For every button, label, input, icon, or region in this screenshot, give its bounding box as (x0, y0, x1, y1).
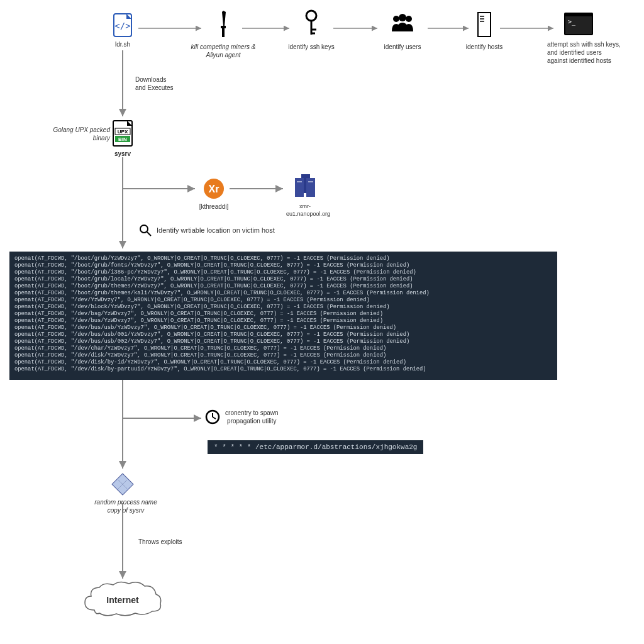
svg-rect-16 (221, 26, 226, 28)
identify-writable: Identify wrtiable location on victim hos… (138, 223, 275, 237)
cron-node: cronentry to spawnpropagation utility (204, 409, 279, 425)
diamond-icon (110, 472, 135, 497)
hosts-label: identify hosts (462, 43, 506, 51)
svg-text:</>: </> (114, 21, 130, 31)
clock-icon (204, 409, 221, 425)
svg-text:>_: >_ (568, 18, 576, 26)
svg-rect-40 (295, 178, 304, 197)
svg-point-22 (393, 16, 399, 22)
key-icon (303, 9, 320, 37)
node-kill (204, 9, 242, 38)
svg-line-48 (213, 417, 216, 419)
golang-label: Golang UPX packedbinary (50, 126, 110, 142)
svg-point-44 (140, 225, 148, 233)
sysrv-label: sysrv (110, 150, 135, 158)
node-sysrv: UPX BIN sysrv (110, 119, 135, 158)
identify-writable-label: Identify wrtiable location on victim hos… (157, 226, 275, 234)
attempt-label: attempt ssh with ssh keys,and identified… (547, 40, 641, 65)
svg-point-23 (406, 16, 412, 22)
cron-label: cronentry to spawnpropagation utility (225, 409, 279, 425)
cron-terminal: * * * * * /etc/apparmor.d/abstractions/x… (208, 440, 423, 454)
internet-label: Internet (82, 595, 164, 605)
throws-label: Throws exploits (138, 538, 182, 546)
terminal-window-icon: >_ (563, 11, 594, 36)
ldr-label: ldr.sh (110, 40, 135, 48)
downloads-label: Downloadsand Executes (135, 75, 174, 92)
svg-text:BIN: BIN (118, 136, 127, 142)
knife-icon (214, 9, 232, 38)
strace-terminal: openat(AT_FDCWD, "/boot/grub/YzWDvzy7", … (9, 252, 557, 380)
xr-icon: Xr (203, 177, 225, 200)
node-kthreaddi: Xr [kthreaddi] (198, 177, 230, 211)
node-random-process (107, 472, 138, 497)
node-nanopool: xmr-eu1.nanopool.org (286, 173, 324, 218)
internet-cloud: Internet (82, 579, 164, 624)
magnifier-icon (138, 223, 152, 237)
node-ldr: </> ldr.sh (110, 13, 135, 48)
random-process-label: random process namecopy of sysrv (88, 498, 164, 514)
svg-rect-41 (306, 178, 315, 197)
users-label: identify users (380, 43, 425, 51)
svg-line-45 (147, 232, 151, 236)
svg-point-24 (399, 14, 406, 21)
binary-file-icon: UPX BIN (111, 119, 135, 147)
sshkeys-label: identify ssh keys (283, 43, 340, 51)
node-attempt: >_ (560, 11, 597, 36)
node-sshkeys (296, 9, 327, 37)
svg-text:Xr: Xr (209, 184, 219, 194)
node-users (384, 13, 421, 35)
script-file-icon: </> (111, 13, 134, 38)
svg-rect-17 (222, 28, 225, 37)
users-icon (387, 13, 418, 35)
server-icon (477, 11, 492, 38)
nanopool-label: xmr-eu1.nanopool.org (286, 203, 324, 218)
servers-icon (292, 173, 318, 201)
node-hosts (472, 11, 497, 38)
kill-label: kill competing miners &Aliyun agent (173, 43, 274, 59)
svg-point-18 (306, 11, 316, 21)
kthreaddi-label: [kthreaddi] (198, 203, 230, 211)
svg-text:UPX: UPX (118, 129, 128, 135)
